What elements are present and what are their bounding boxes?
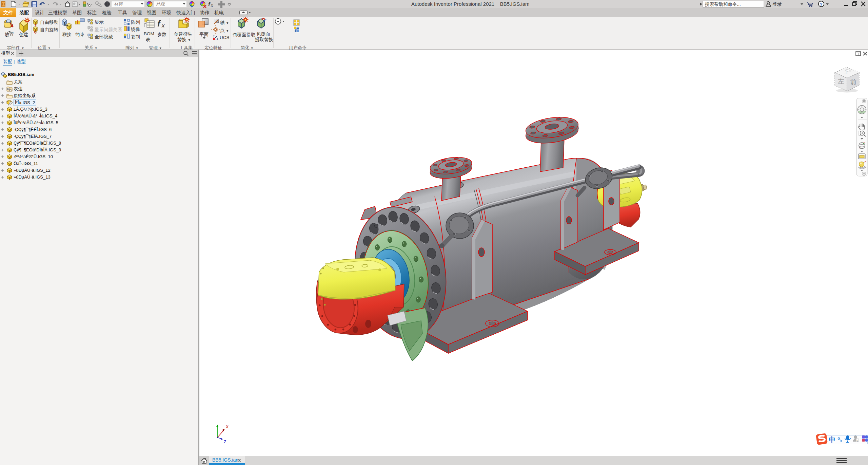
svg-text:X: X — [226, 425, 229, 429]
svg-text:f: f — [208, 1, 211, 7]
svg-text:x: x — [211, 3, 213, 8]
svg-text:中: 中 — [829, 436, 835, 443]
svg-text:上: 上 — [844, 70, 848, 75]
svg-text:9: 9 — [857, 439, 859, 442]
svg-text:材料: 材料 — [114, 1, 123, 6]
svg-text:搜索帮助和命令...: 搜索帮助和命令... — [705, 2, 741, 7]
svg-text:登录: 登录 — [772, 1, 782, 7]
svg-text:左: 左 — [838, 78, 844, 85]
svg-text:?: ? — [820, 2, 823, 7]
svg-text:前: 前 — [850, 78, 856, 86]
svg-text:Z: Z — [224, 440, 226, 444]
svg-text:x: x — [161, 22, 165, 29]
svg-text:外观: 外观 — [156, 1, 165, 6]
svg-text:f: f — [157, 18, 161, 29]
